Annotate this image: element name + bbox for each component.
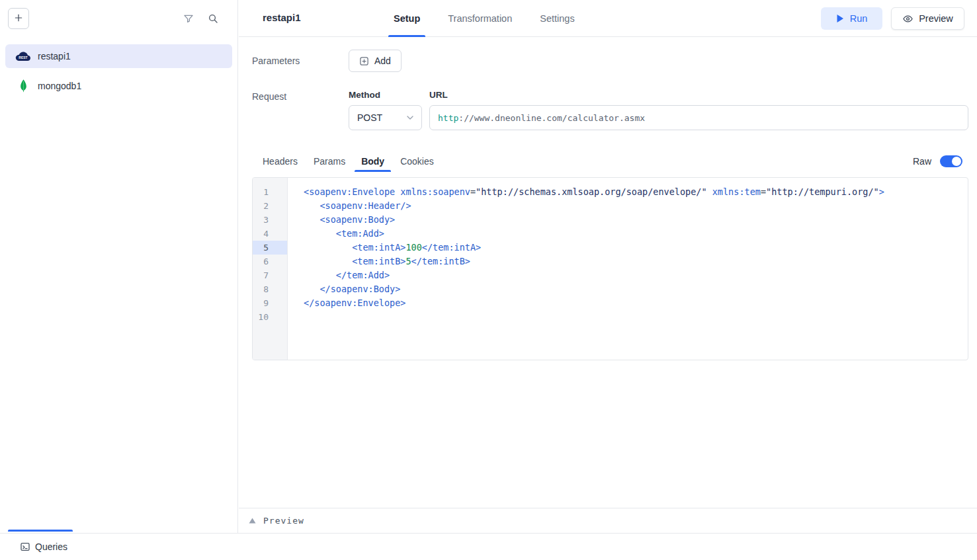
code-line[interactable]: </soapenv:Body> (304, 282, 968, 296)
app-window: RESTrestapi1mongodb1 restapi1 SetupTrans… (0, 0, 977, 560)
run-button[interactable]: Run (821, 7, 882, 30)
plus-square-icon (359, 56, 369, 66)
queries-icon (20, 541, 30, 552)
line-number: 7 (253, 268, 287, 282)
rest-api-icon: REST (15, 51, 32, 62)
url-label: URL (429, 90, 968, 100)
toggle-knob (952, 157, 961, 166)
add-parameter-button[interactable]: Add (349, 50, 402, 72)
code-line[interactable]: <soapenv:Header/> (304, 199, 968, 213)
sidebar-item-restapi1[interactable]: RESTrestapi1 (5, 44, 232, 68)
header-tabs: SetupTransformationSettings (388, 0, 580, 37)
line-number: 1 (253, 185, 287, 199)
sidebar-header (0, 0, 237, 37)
request-config-tabs: HeadersParamsBodyCookies Raw (252, 149, 968, 172)
code-line[interactable] (304, 310, 968, 324)
parameters-label: Parameters (252, 56, 349, 66)
svg-text:REST: REST (19, 55, 27, 59)
code-line[interactable]: <soapenv:Envelope xmlns:soapenv="http://… (304, 185, 968, 199)
url-group: URL http://www.dneonline.com/calculator.… (429, 90, 968, 130)
plus-icon (13, 13, 24, 25)
code-line[interactable]: <tem:intA>100</tem:intA> (304, 241, 968, 255)
mongodb-icon (15, 79, 32, 93)
collapse-triangle-icon (249, 518, 256, 524)
raw-toggle[interactable] (940, 155, 962, 167)
line-number: 4 (253, 227, 287, 241)
filter-icon[interactable] (179, 9, 198, 28)
search-icon[interactable] (203, 9, 223, 28)
body-tab-headers[interactable]: Headers (256, 151, 304, 172)
main-panel: restapi1 SetupTransformationSettings Run… (239, 0, 977, 533)
line-number: 5 (253, 241, 287, 255)
code-line[interactable]: </tem:Add> (304, 268, 968, 282)
body-tabs: HeadersParamsBodyCookies (256, 151, 443, 172)
sidebar-item-mongodb1[interactable]: mongodb1 (5, 74, 232, 98)
eye-icon (902, 14, 913, 24)
queries-label: Queries (35, 541, 67, 552)
raw-toggle-group: Raw (913, 155, 962, 167)
body-tab-params[interactable]: Params (307, 151, 352, 172)
code-line[interactable]: <tem:Add> (304, 227, 968, 241)
active-tab-indicator (8, 530, 73, 532)
code-line[interactable]: <soapenv:Body> (304, 213, 968, 227)
line-number-gutter: 12345678910 (253, 178, 288, 360)
method-label: Method (349, 90, 422, 100)
query-list: RESTrestapi1mongodb1 (0, 37, 237, 111)
play-icon (836, 14, 844, 23)
tab-setup[interactable]: Setup (388, 0, 425, 37)
query-title: restapi1 (263, 12, 301, 23)
code-area[interactable]: <soapenv:Envelope xmlns:soapenv="http://… (288, 178, 968, 360)
sidebar-item-label: mongodb1 (38, 81, 81, 91)
sidebar: RESTrestapi1mongodb1 (0, 0, 238, 533)
add-query-button[interactable] (8, 8, 29, 29)
method-group: Method POST (349, 90, 422, 130)
code-line[interactable]: <tem:intB>5</tem:intB> (304, 255, 968, 268)
body-code-editor[interactable]: 12345678910 <soapenv:Envelope xmlns:soap… (252, 177, 968, 360)
raw-label: Raw (913, 156, 931, 167)
line-number: 2 (253, 199, 287, 213)
body-tab-cookies[interactable]: Cookies (394, 151, 441, 172)
method-select[interactable]: POST (349, 105, 422, 130)
response-preview-label: Preview (263, 516, 304, 526)
line-number: 9 (253, 296, 287, 310)
line-number: 6 (253, 255, 287, 268)
request-label: Request (252, 90, 349, 102)
request-row: Request Method POST URL http://www.dneon… (252, 90, 968, 130)
chevron-down-icon (405, 112, 415, 123)
bottom-bar: Queries (0, 533, 977, 560)
sidebar-item-label: restapi1 (38, 51, 71, 61)
setup-content: Parameters Add Request Method POST (239, 37, 977, 360)
line-number: 3 (253, 213, 287, 227)
tab-settings[interactable]: Settings (534, 0, 579, 37)
main-header: restapi1 SetupTransformationSettings Run… (239, 0, 977, 37)
queries-tab[interactable]: Queries (20, 541, 67, 552)
line-number: 8 (253, 282, 287, 296)
body-tab-body[interactable]: Body (355, 151, 391, 172)
url-input[interactable]: http://www.dneonline.com/calculator.asmx (429, 105, 968, 130)
response-preview-bar[interactable]: Preview (239, 508, 977, 533)
code-line[interactable]: </soapenv:Envelope> (304, 296, 968, 310)
line-number: 10 (253, 310, 287, 324)
parameters-row: Parameters Add (252, 49, 968, 73)
preview-button[interactable]: Preview (891, 7, 964, 30)
tab-transformation[interactable]: Transformation (443, 0, 517, 37)
